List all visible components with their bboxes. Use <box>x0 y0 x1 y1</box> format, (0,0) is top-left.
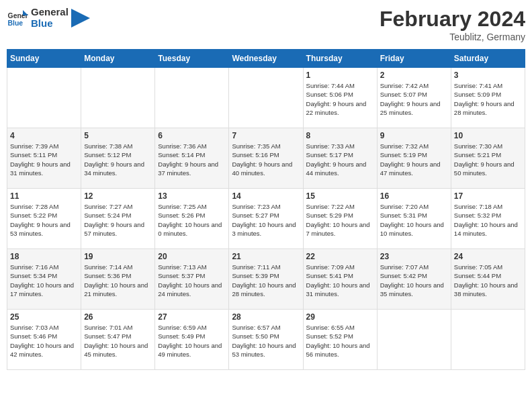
day-info: Sunrise: 7:13 AM Sunset: 5:37 PM Dayligh… <box>158 263 226 298</box>
calendar-cell: 4Sunrise: 7:39 AM Sunset: 5:11 PM Daylig… <box>7 128 81 189</box>
calendar-cell: 25Sunrise: 7:03 AM Sunset: 5:46 PM Dayli… <box>7 310 81 370</box>
day-number: 29 <box>306 312 374 322</box>
calendar-cell: 6Sunrise: 7:36 AM Sunset: 5:14 PM Daylig… <box>155 128 229 189</box>
day-number: 24 <box>454 252 522 261</box>
day-number: 26 <box>84 312 152 322</box>
logo-general: General <box>31 7 69 18</box>
calendar-week-row: 1Sunrise: 7:44 AM Sunset: 5:06 PM Daylig… <box>7 68 525 128</box>
logo-arrow-icon <box>71 9 90 28</box>
day-number: 25 <box>10 312 78 322</box>
calendar-cell: 19Sunrise: 7:14 AM Sunset: 5:36 PM Dayli… <box>81 249 155 310</box>
day-info: Sunrise: 7:36 AM Sunset: 5:14 PM Dayligh… <box>158 142 226 177</box>
header-saturday: Saturday <box>451 50 525 68</box>
day-number: 20 <box>158 252 226 261</box>
day-number: 23 <box>380 252 448 261</box>
day-number: 4 <box>10 131 78 140</box>
day-number: 6 <box>158 131 226 140</box>
calendar-header-row: SundayMondayTuesdayWednesdayThursdayFrid… <box>7 50 525 68</box>
calendar-cell: 16Sunrise: 7:20 AM Sunset: 5:31 PM Dayli… <box>377 189 451 249</box>
day-info: Sunrise: 7:01 AM Sunset: 5:47 PM Dayligh… <box>84 323 152 359</box>
day-number: 28 <box>232 312 300 322</box>
calendar-cell: 15Sunrise: 7:22 AM Sunset: 5:29 PM Dayli… <box>303 189 377 249</box>
calendar-cell: 2Sunrise: 7:42 AM Sunset: 5:07 PM Daylig… <box>377 68 451 128</box>
calendar-table: SundayMondayTuesdayWednesdayThursdayFrid… <box>7 49 525 370</box>
day-info: Sunrise: 7:32 AM Sunset: 5:19 PM Dayligh… <box>380 142 448 177</box>
calendar-week-row: 11Sunrise: 7:28 AM Sunset: 5:22 PM Dayli… <box>7 189 525 249</box>
day-number: 15 <box>306 191 374 201</box>
day-number: 3 <box>454 71 522 80</box>
day-number: 9 <box>380 131 448 140</box>
day-info: Sunrise: 7:20 AM Sunset: 5:31 PM Dayligh… <box>380 202 448 238</box>
day-info: Sunrise: 7:25 AM Sunset: 5:26 PM Dayligh… <box>158 202 226 238</box>
calendar-cell: 27Sunrise: 6:59 AM Sunset: 5:49 PM Dayli… <box>155 310 229 370</box>
calendar-cell: 12Sunrise: 7:27 AM Sunset: 5:24 PM Dayli… <box>81 189 155 249</box>
day-number: 13 <box>158 191 226 201</box>
calendar-week-row: 25Sunrise: 7:03 AM Sunset: 5:46 PM Dayli… <box>7 310 525 370</box>
day-info: Sunrise: 7:16 AM Sunset: 5:34 PM Dayligh… <box>10 263 78 298</box>
day-info: Sunrise: 7:35 AM Sunset: 5:16 PM Dayligh… <box>232 142 300 177</box>
calendar-cell <box>377 310 451 370</box>
day-info: Sunrise: 6:57 AM Sunset: 5:50 PM Dayligh… <box>232 323 300 359</box>
day-number: 21 <box>232 252 300 261</box>
calendar-cell: 23Sunrise: 7:07 AM Sunset: 5:42 PM Dayli… <box>377 249 451 310</box>
calendar-cell: 10Sunrise: 7:30 AM Sunset: 5:21 PM Dayli… <box>451 128 525 189</box>
day-info: Sunrise: 7:09 AM Sunset: 5:41 PM Dayligh… <box>306 263 374 298</box>
calendar-cell <box>81 68 155 128</box>
logo-icon: General Blue <box>7 7 28 29</box>
day-number: 16 <box>380 191 448 201</box>
svg-text:Blue: Blue <box>8 19 24 27</box>
calendar-cell: 29Sunrise: 6:55 AM Sunset: 5:52 PM Dayli… <box>303 310 377 370</box>
logo-blue: Blue <box>31 18 69 30</box>
day-info: Sunrise: 7:05 AM Sunset: 5:44 PM Dayligh… <box>454 263 522 298</box>
day-number: 11 <box>10 191 78 201</box>
calendar-cell: 11Sunrise: 7:28 AM Sunset: 5:22 PM Dayli… <box>7 189 81 249</box>
header-wednesday: Wednesday <box>229 50 303 68</box>
day-info: Sunrise: 7:42 AM Sunset: 5:07 PM Dayligh… <box>380 81 448 117</box>
calendar-cell: 22Sunrise: 7:09 AM Sunset: 5:41 PM Dayli… <box>303 249 377 310</box>
day-number: 10 <box>454 131 522 140</box>
day-info: Sunrise: 7:07 AM Sunset: 5:42 PM Dayligh… <box>380 263 448 298</box>
calendar-cell: 9Sunrise: 7:32 AM Sunset: 5:19 PM Daylig… <box>377 128 451 189</box>
day-info: Sunrise: 7:23 AM Sunset: 5:27 PM Dayligh… <box>232 202 300 238</box>
day-info: Sunrise: 6:59 AM Sunset: 5:49 PM Dayligh… <box>158 323 226 359</box>
day-info: Sunrise: 7:44 AM Sunset: 5:06 PM Dayligh… <box>306 81 374 117</box>
day-number: 14 <box>232 191 300 201</box>
day-number: 12 <box>84 191 152 201</box>
calendar-cell: 1Sunrise: 7:44 AM Sunset: 5:06 PM Daylig… <box>303 68 377 128</box>
calendar-cell: 26Sunrise: 7:01 AM Sunset: 5:47 PM Dayli… <box>81 310 155 370</box>
day-info: Sunrise: 6:55 AM Sunset: 5:52 PM Dayligh… <box>306 323 374 359</box>
day-info: Sunrise: 7:28 AM Sunset: 5:22 PM Dayligh… <box>10 202 78 238</box>
calendar-cell: 24Sunrise: 7:05 AM Sunset: 5:44 PM Dayli… <box>451 249 525 310</box>
page-header: General Blue General Blue February 2024 … <box>7 7 525 42</box>
calendar-cell: 28Sunrise: 6:57 AM Sunset: 5:50 PM Dayli… <box>229 310 303 370</box>
calendar-week-row: 18Sunrise: 7:16 AM Sunset: 5:34 PM Dayli… <box>7 249 525 310</box>
day-number: 8 <box>306 131 374 140</box>
calendar-cell: 21Sunrise: 7:11 AM Sunset: 5:39 PM Dayli… <box>229 249 303 310</box>
calendar-cell: 7Sunrise: 7:35 AM Sunset: 5:16 PM Daylig… <box>229 128 303 189</box>
location-subtitle: Teublitz, Germany <box>380 32 525 42</box>
day-number: 27 <box>158 312 226 322</box>
calendar-cell: 8Sunrise: 7:33 AM Sunset: 5:17 PM Daylig… <box>303 128 377 189</box>
header-sunday: Sunday <box>7 50 81 68</box>
day-number: 18 <box>10 252 78 261</box>
header-monday: Monday <box>81 50 155 68</box>
day-info: Sunrise: 7:11 AM Sunset: 5:39 PM Dayligh… <box>232 263 300 298</box>
day-info: Sunrise: 7:39 AM Sunset: 5:11 PM Dayligh… <box>10 142 78 177</box>
day-number: 5 <box>84 131 152 140</box>
calendar-cell: 20Sunrise: 7:13 AM Sunset: 5:37 PM Dayli… <box>155 249 229 310</box>
day-info: Sunrise: 7:27 AM Sunset: 5:24 PM Dayligh… <box>84 202 152 238</box>
header-thursday: Thursday <box>303 50 377 68</box>
day-info: Sunrise: 7:41 AM Sunset: 5:09 PM Dayligh… <box>454 81 522 117</box>
calendar-week-row: 4Sunrise: 7:39 AM Sunset: 5:11 PM Daylig… <box>7 128 525 189</box>
calendar-cell: 14Sunrise: 7:23 AM Sunset: 5:27 PM Dayli… <box>229 189 303 249</box>
calendar-cell <box>229 68 303 128</box>
calendar-cell: 18Sunrise: 7:16 AM Sunset: 5:34 PM Dayli… <box>7 249 81 310</box>
day-info: Sunrise: 7:38 AM Sunset: 5:12 PM Dayligh… <box>84 142 152 177</box>
header-tuesday: Tuesday <box>155 50 229 68</box>
day-info: Sunrise: 7:14 AM Sunset: 5:36 PM Dayligh… <box>84 263 152 298</box>
logo: General Blue General Blue <box>7 7 90 29</box>
calendar-cell <box>451 310 525 370</box>
title-area: February 2024 Teublitz, Germany <box>380 7 525 42</box>
day-number: 1 <box>306 71 374 80</box>
header-friday: Friday <box>377 50 451 68</box>
